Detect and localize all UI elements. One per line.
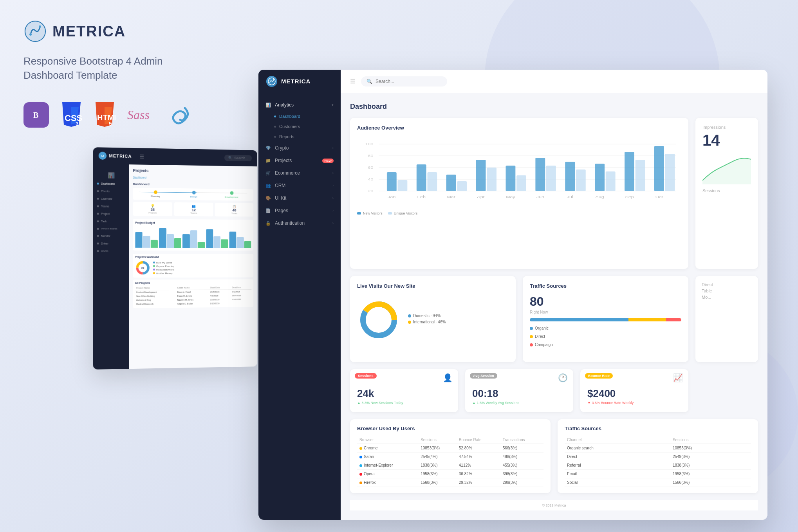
table-row: Direct 2549(3%) xyxy=(565,453,751,461)
search-box[interactable]: 🔍 xyxy=(361,76,447,87)
dbl-search-box[interactable]: 🔍 Search... xyxy=(224,155,252,161)
dbl-nav-task[interactable]: Task xyxy=(93,218,129,225)
svg-text:B: B xyxy=(33,111,38,119)
dbl-sidebar: 📊 Dashboard Clients Calendar Teams xyxy=(93,164,129,370)
nav-uikit[interactable]: 🎨 UI Kit › xyxy=(258,192,341,204)
table-row: Firefox 1568(3%) 29.32% 299(3%) xyxy=(357,478,543,487)
traffic-table-card: Traffic Sources Channel Sessions Orga xyxy=(558,419,758,493)
stat-tasks: 📋 40 Tasks xyxy=(215,203,253,216)
svg-text:Jun: Jun xyxy=(536,195,544,199)
page-title: Dashboard xyxy=(350,103,758,111)
nav-crypto[interactable]: 💎 Crypto › xyxy=(258,142,341,154)
dbl-subnav-dashboard[interactable]: Dashboard xyxy=(133,176,146,179)
browser-safari: Safari xyxy=(357,453,418,461)
svg-text:20: 20 xyxy=(368,189,374,193)
nav-sub-reports[interactable]: Reports xyxy=(258,132,341,142)
analytics-icon: 📊 xyxy=(265,102,271,108)
dbl-nav-project[interactable]: Project xyxy=(93,210,129,218)
traffic-data-table: Channel Sessions Organic search 10853(3%… xyxy=(565,436,751,487)
svg-text:Jan: Jan xyxy=(388,195,395,199)
nav-pages[interactable]: 📄 Pages › xyxy=(258,204,341,217)
nav-ecommerce[interactable]: 🛒 Ecommerce › xyxy=(258,167,341,179)
th-browser: Browser xyxy=(357,436,418,444)
svg-rect-40 xyxy=(535,158,545,191)
dbl-nav-users[interactable]: Users xyxy=(93,247,129,255)
svg-rect-33 xyxy=(427,172,437,191)
dbl-nav-teams[interactable]: Teams xyxy=(93,202,129,210)
session-badge: Sessions xyxy=(355,373,377,379)
th-transactions: Transactions xyxy=(500,436,543,444)
svg-point-3 xyxy=(39,25,41,28)
dm-logo-text: METRICA xyxy=(281,78,311,85)
svg-rect-43 xyxy=(576,170,586,191)
dbl-nav-monitor[interactable]: Monitor xyxy=(93,232,129,240)
svg-rect-32 xyxy=(417,164,426,191)
sass-icon: Sass xyxy=(127,108,150,122)
nav-projects[interactable]: 📁 Projects NEW xyxy=(258,154,341,167)
svg-text:CSS: CSS xyxy=(65,113,82,123)
dbl-nav-clients[interactable]: Clients xyxy=(93,188,129,195)
auth-icon: 🔒 xyxy=(265,220,271,226)
uikit-icon: 🎨 xyxy=(265,195,271,201)
dashboard-left: M METRICA ☰ 🔍 Search... 📊 Dashboard xyxy=(93,147,257,370)
th-channel: Channel xyxy=(565,436,670,444)
svg-text:Feb: Feb xyxy=(417,195,426,199)
progress-steps-card: Planning Design Development xyxy=(133,188,253,201)
dbl-nav-driver[interactable]: Driver xyxy=(93,240,129,247)
svg-rect-44 xyxy=(595,164,605,191)
table-row: Internet-Explorer 1838(3%) 4112% 455(3%) xyxy=(357,461,543,470)
avg-value: 00:18 xyxy=(472,388,566,400)
svg-text:Aug: Aug xyxy=(596,195,604,199)
projects-mini-table: Project Name Client Name Start Date Dead… xyxy=(135,285,251,306)
dbl-nav-dashboard[interactable]: Dashboard xyxy=(93,180,129,188)
donut-legend: Domestic · 94% International · 46% xyxy=(408,314,446,326)
svg-rect-48 xyxy=(654,146,664,191)
svg-text:HTML: HTML xyxy=(97,113,116,122)
nav-auth[interactable]: 🔒 Authentication › xyxy=(258,217,341,229)
table-row: Opera 1958(3%) 36.82% 398(3%) xyxy=(357,470,543,478)
svg-rect-37 xyxy=(487,168,496,191)
table-row: Organic search 10853(3%) xyxy=(565,444,751,453)
nav-sub-customers[interactable]: Customers xyxy=(258,121,341,132)
svg-rect-49 xyxy=(665,154,675,191)
svg-text:5: 5 xyxy=(109,121,112,127)
dbl-body: 📊 Dashboard Clients Calendar Teams xyxy=(93,164,257,370)
browser-data-table: Browser Sessions Bounce Rate Transaction… xyxy=(357,436,543,487)
dbl-hamburger[interactable]: ☰ xyxy=(140,153,144,159)
dbl-nav-calendar[interactable]: Calendar xyxy=(93,195,129,203)
nav-crm[interactable]: 👥 CRM › xyxy=(258,179,341,192)
ecommerce-icon: 🛒 xyxy=(265,170,271,176)
crm-icon: 👥 xyxy=(265,183,271,188)
svg-rect-35 xyxy=(457,181,467,191)
bounce-icon: 📈 xyxy=(673,373,683,382)
impressions-value: 14 xyxy=(702,132,751,149)
search-icon: 🔍 xyxy=(367,79,372,84)
audience-overview-card: Audience Overview 100 80 60 xyxy=(350,118,688,269)
stat-sessions: Sessions 👤 24k ▲ 8.3% New Sessions Today xyxy=(350,369,458,412)
svg-rect-47 xyxy=(636,160,645,191)
nav-sub-dashboard[interactable]: Dashboard xyxy=(258,111,341,121)
logo-area: METRICA xyxy=(23,20,189,43)
traffic-value: 80 xyxy=(530,294,681,309)
live-visits-card: Live Visits Our New Site xyxy=(350,276,516,362)
pages-icon: 📄 xyxy=(265,208,271,213)
dbl-nav-vb[interactable]: Version Boards xyxy=(93,225,129,233)
hamburger-icon[interactable]: ☰ xyxy=(350,78,356,85)
legend-direct: Direct xyxy=(530,334,681,339)
svg-rect-30 xyxy=(387,172,397,191)
nav-arrow: ▾ xyxy=(332,103,334,107)
nav-analytics[interactable]: 📊 Analytics ▾ xyxy=(258,99,341,111)
table-row: Chrome 10853(3%) 52.80% 566(3%) xyxy=(357,444,543,453)
dbl-budget-chart: Project Budget xyxy=(133,219,253,251)
session-icon: 👤 xyxy=(443,373,453,382)
bootstrap-icon: B xyxy=(23,102,49,128)
stats-placeholder xyxy=(695,369,758,412)
dbl-projects-table: All Projects Project Name Client Name St… xyxy=(133,279,253,308)
svg-rect-31 xyxy=(398,180,408,191)
svg-text:80: 80 xyxy=(368,154,374,158)
svg-rect-42 xyxy=(565,162,575,191)
legend-international: International · 46% xyxy=(408,320,446,324)
search-input[interactable] xyxy=(376,79,430,84)
logo-text: METRICA xyxy=(52,23,126,40)
projects-mini-tbody: Product Development Kevin J. Hood 20/5/2… xyxy=(135,289,251,306)
